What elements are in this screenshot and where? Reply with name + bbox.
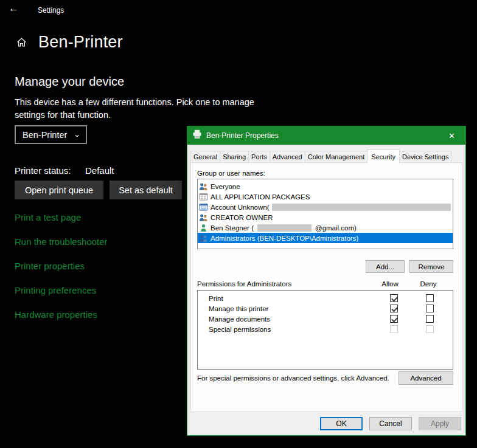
- link-printing-preferences[interactable]: Printing preferences: [15, 285, 96, 295]
- list-item-label-prefix: Ben Stegner (: [211, 224, 254, 232]
- group-names-label: Group or user names:: [197, 170, 265, 177]
- tab-advanced[interactable]: Advanced: [270, 151, 305, 162]
- list-item-ben-stegner[interactable]: Ben Stegner ( @gmail.com): [198, 222, 453, 233]
- printer-properties-dialog: Ben-Printer Properties ✕ General Sharing…: [187, 126, 466, 436]
- section-heading: Manage your device: [15, 75, 124, 89]
- app-package-icon: [199, 193, 208, 201]
- remove-button[interactable]: Remove: [409, 260, 453, 273]
- deny-checkbox: [426, 325, 434, 333]
- deny-checkbox[interactable]: [426, 294, 434, 302]
- list-item-label: ALL APPLICATION PACKAGES: [211, 193, 310, 201]
- users-icon: [199, 182, 208, 191]
- chevron-down-icon: ⌄: [73, 131, 81, 139]
- users-icon: [199, 213, 208, 222]
- account-window-icon: [199, 203, 208, 212]
- tab-device-settings[interactable]: Device Settings: [399, 151, 451, 162]
- list-item-label-suffix: @gmail.com): [315, 224, 357, 232]
- permission-row-print: Print: [198, 294, 453, 304]
- permission-name: Manage documents: [209, 315, 270, 323]
- deny-column-header: Deny: [415, 280, 442, 288]
- permissions-label: Permissions for Administrators: [197, 280, 291, 288]
- close-icon[interactable]: ✕: [438, 126, 465, 145]
- allow-checkbox[interactable]: [390, 315, 398, 323]
- allow-checkbox[interactable]: [390, 305, 398, 312]
- page-title: Ben-Printer: [38, 33, 123, 52]
- link-run-troubleshooter[interactable]: Run the troubleshooter: [15, 236, 108, 247]
- apply-button: Apply: [419, 417, 461, 430]
- tab-general[interactable]: General: [190, 151, 220, 162]
- device-select-dropdown[interactable]: Ben-Printer ⌄: [15, 125, 87, 144]
- redacted-text: [272, 204, 451, 211]
- deny-checkbox[interactable]: [426, 305, 434, 312]
- set-as-default-button[interactable]: Set as default: [110, 181, 182, 199]
- list-item-label: Administrators (BEN-DESKTOP\Administrato…: [211, 235, 358, 242]
- permissions-listbox[interactable]: Print Manage this printer Manage documen…: [197, 290, 453, 370]
- advanced-hint-text: For special permissions or advanced sett…: [197, 374, 389, 382]
- device-select-value: Ben-Printer: [23, 130, 67, 140]
- list-item-label: Account Unknown(: [211, 204, 270, 211]
- permission-row-manage-printer: Manage this printer: [198, 304, 453, 314]
- open-print-queue-button[interactable]: Open print queue: [15, 181, 103, 199]
- list-item-administrators[interactable]: Administrators (BEN-DESKTOP\Administrato…: [198, 233, 453, 243]
- allow-checkbox[interactable]: [390, 294, 398, 302]
- permission-name: Special permissions: [209, 326, 271, 333]
- ok-button[interactable]: OK: [320, 417, 363, 430]
- permission-row-special-permissions: Special permissions: [198, 325, 453, 335]
- dialog-titlebar[interactable]: Ben-Printer Properties: [187, 126, 465, 145]
- list-item-creator-owner[interactable]: CREATOR OWNER: [198, 212, 453, 222]
- printer-status-row: Printer status: Default: [15, 165, 114, 176]
- printer-status-value: Default: [85, 165, 114, 176]
- redacted-text: [257, 224, 312, 232]
- link-printer-properties[interactable]: Printer properties: [15, 261, 85, 271]
- list-item-label: CREATOR OWNER: [211, 214, 273, 221]
- permission-row-manage-documents: Manage documents: [198, 314, 453, 325]
- link-print-test-page[interactable]: Print a test page: [15, 212, 81, 222]
- link-hardware-properties[interactable]: Hardware properties: [15, 309, 97, 320]
- users-icon: [199, 234, 208, 243]
- tab-color-management[interactable]: Color Management: [305, 151, 368, 162]
- printer-icon: [192, 129, 202, 142]
- home-icon: [16, 37, 27, 50]
- permission-name: Manage this printer: [209, 305, 268, 312]
- section-description: This device has a few different function…: [15, 96, 260, 122]
- printer-status-label: Printer status:: [15, 165, 85, 176]
- security-tab-page: Group or user names: Everyone ALL APPLIC…: [190, 162, 462, 412]
- add-button[interactable]: Add...: [366, 260, 405, 273]
- cancel-button[interactable]: Cancel: [369, 417, 412, 430]
- list-item-all-application-packages[interactable]: ALL APPLICATION PACKAGES: [198, 191, 453, 202]
- tab-security[interactable]: Security: [367, 150, 400, 163]
- user-icon: [199, 224, 208, 232]
- allow-checkbox: [390, 325, 398, 333]
- list-item-everyone[interactable]: Everyone: [198, 181, 453, 191]
- back-arrow-icon[interactable]: ←: [9, 2, 19, 15]
- allow-column-header: Allow: [377, 280, 403, 288]
- dialog-tabstrip: General Sharing Ports Advanced Color Man…: [190, 150, 451, 162]
- dialog-title: Ben-Printer Properties: [206, 131, 279, 140]
- window-title: Settings: [38, 6, 64, 15]
- list-item-account-unknown[interactable]: Account Unknown(: [198, 202, 453, 212]
- advanced-button[interactable]: Advanced: [399, 371, 453, 385]
- tab-ports[interactable]: Ports: [248, 151, 270, 162]
- permission-name: Print: [209, 295, 223, 302]
- deny-checkbox[interactable]: [426, 315, 434, 323]
- tab-sharing[interactable]: Sharing: [220, 151, 249, 162]
- group-names-listbox[interactable]: Everyone ALL APPLICATION PACKAGES Accoun…: [197, 179, 453, 249]
- list-item-label: Everyone: [211, 183, 240, 190]
